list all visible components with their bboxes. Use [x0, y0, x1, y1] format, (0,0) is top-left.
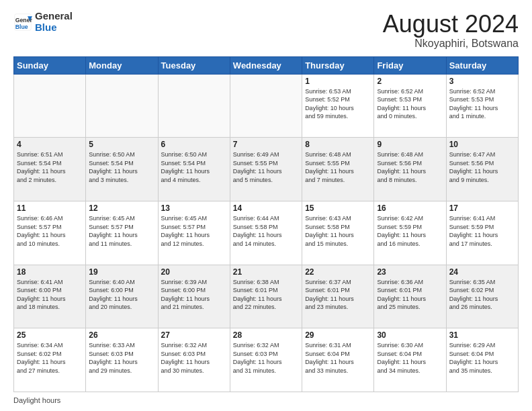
calendar-cell: 13Sunrise: 6:45 AM Sunset: 5:57 PM Dayli…: [158, 201, 230, 265]
day-number: 27: [161, 330, 227, 340]
calendar-week-2: 4Sunrise: 6:51 AM Sunset: 5:54 PM Daylig…: [14, 138, 519, 201]
title-block: August 2024 Nkoyaphiri, Botswana: [383, 11, 519, 50]
day-number: 16: [377, 203, 443, 213]
calendar-cell: 26Sunrise: 6:33 AM Sunset: 6:03 PM Dayli…: [86, 328, 158, 392]
calendar-cell: 6Sunrise: 6:50 AM Sunset: 5:54 PM Daylig…: [158, 138, 230, 201]
calendar-cell: 9Sunrise: 6:48 AM Sunset: 5:56 PM Daylig…: [374, 138, 446, 201]
day-info: Sunrise: 6:41 AM Sunset: 5:59 PM Dayligh…: [449, 214, 515, 248]
subtitle: Nkoyaphiri, Botswana: [383, 38, 519, 50]
calendar-cell: 11Sunrise: 6:46 AM Sunset: 5:57 PM Dayli…: [14, 201, 86, 265]
calendar-cell: 15Sunrise: 6:43 AM Sunset: 5:58 PM Dayli…: [302, 201, 374, 265]
day-number: 26: [89, 330, 154, 340]
calendar-cell: [14, 74, 86, 138]
weekday-header-saturday: Saturday: [446, 56, 518, 74]
calendar-cell: 27Sunrise: 6:32 AM Sunset: 6:03 PM Dayli…: [158, 328, 230, 392]
day-number: 13: [161, 203, 227, 213]
day-info: Sunrise: 6:35 AM Sunset: 6:02 PM Dayligh…: [449, 278, 515, 312]
day-info: Sunrise: 6:46 AM Sunset: 5:57 PM Dayligh…: [17, 214, 83, 248]
weekday-header-monday: Monday: [86, 56, 158, 74]
weekday-header-friday: Friday: [374, 56, 446, 74]
day-number: 11: [17, 203, 83, 213]
day-info: Sunrise: 6:48 AM Sunset: 5:55 PM Dayligh…: [305, 150, 371, 184]
day-number: 21: [233, 267, 299, 277]
day-number: 15: [305, 203, 371, 213]
day-number: 30: [377, 330, 443, 340]
calendar-cell: 30Sunrise: 6:30 AM Sunset: 6:04 PM Dayli…: [374, 328, 446, 392]
main-title: August 2024: [383, 11, 519, 38]
calendar-cell: 20Sunrise: 6:39 AM Sunset: 6:00 PM Dayli…: [158, 265, 230, 328]
day-info: Sunrise: 6:52 AM Sunset: 5:53 PM Dayligh…: [449, 87, 515, 121]
calendar-cell: 7Sunrise: 6:49 AM Sunset: 5:55 PM Daylig…: [230, 138, 302, 201]
day-info: Sunrise: 6:36 AM Sunset: 6:01 PM Dayligh…: [377, 278, 443, 312]
day-number: 28: [233, 330, 299, 340]
calendar-cell: [86, 74, 158, 138]
day-info: Sunrise: 6:38 AM Sunset: 6:01 PM Dayligh…: [233, 278, 299, 312]
day-info: Sunrise: 6:42 AM Sunset: 5:59 PM Dayligh…: [377, 214, 443, 248]
day-info: Sunrise: 6:43 AM Sunset: 5:58 PM Dayligh…: [305, 214, 371, 248]
calendar-cell: 24Sunrise: 6:35 AM Sunset: 6:02 PM Dayli…: [446, 265, 518, 328]
day-info: Sunrise: 6:44 AM Sunset: 5:58 PM Dayligh…: [233, 214, 299, 248]
header: General Blue General Blue August 2024 Nk…: [13, 11, 519, 50]
day-number: 7: [233, 140, 299, 149]
day-info: Sunrise: 6:37 AM Sunset: 6:01 PM Dayligh…: [305, 278, 371, 312]
calendar-cell: [158, 74, 230, 138]
day-number: 19: [89, 267, 154, 277]
calendar-cell: 29Sunrise: 6:31 AM Sunset: 6:04 PM Dayli…: [302, 328, 374, 392]
day-number: 5: [89, 140, 154, 149]
day-info: Sunrise: 6:39 AM Sunset: 6:00 PM Dayligh…: [161, 278, 227, 312]
calendar-week-5: 25Sunrise: 6:34 AM Sunset: 6:02 PM Dayli…: [14, 328, 519, 392]
day-number: 24: [449, 267, 515, 277]
calendar-cell: 14Sunrise: 6:44 AM Sunset: 5:58 PM Dayli…: [230, 201, 302, 265]
weekday-header-row: SundayMondayTuesdayWednesdayThursdayFrid…: [14, 56, 519, 74]
day-number: 20: [161, 267, 227, 277]
calendar-cell: 3Sunrise: 6:52 AM Sunset: 5:53 PM Daylig…: [446, 74, 518, 138]
day-info: Sunrise: 6:53 AM Sunset: 5:52 PM Dayligh…: [305, 87, 371, 121]
calendar-cell: [230, 74, 302, 138]
calendar-week-1: 1Sunrise: 6:53 AM Sunset: 5:52 PM Daylig…: [14, 74, 519, 138]
day-number: 10: [449, 140, 515, 149]
calendar-cell: 19Sunrise: 6:40 AM Sunset: 6:00 PM Dayli…: [86, 265, 158, 328]
day-info: Sunrise: 6:41 AM Sunset: 6:00 PM Dayligh…: [17, 278, 83, 312]
day-number: 3: [449, 77, 515, 86]
footer: Daylight hours: [13, 396, 519, 404]
logo-icon: General Blue: [13, 13, 32, 32]
calendar-cell: 10Sunrise: 6:47 AM Sunset: 5:56 PM Dayli…: [446, 138, 518, 201]
day-info: Sunrise: 6:50 AM Sunset: 5:54 PM Dayligh…: [161, 150, 227, 184]
calendar-cell: 25Sunrise: 6:34 AM Sunset: 6:02 PM Dayli…: [14, 328, 86, 392]
day-number: 1: [305, 77, 371, 86]
day-info: Sunrise: 6:40 AM Sunset: 6:00 PM Dayligh…: [89, 278, 154, 312]
day-info: Sunrise: 6:49 AM Sunset: 5:55 PM Dayligh…: [233, 150, 299, 184]
calendar-cell: 2Sunrise: 6:52 AM Sunset: 5:53 PM Daylig…: [374, 74, 446, 138]
day-number: 18: [17, 267, 83, 277]
logo: General Blue General Blue: [13, 11, 73, 33]
calendar-cell: 1Sunrise: 6:53 AM Sunset: 5:52 PM Daylig…: [302, 74, 374, 138]
calendar-cell: 12Sunrise: 6:45 AM Sunset: 5:57 PM Dayli…: [86, 201, 158, 265]
day-number: 9: [377, 140, 443, 149]
day-info: Sunrise: 6:47 AM Sunset: 5:56 PM Dayligh…: [449, 150, 515, 184]
weekday-header-tuesday: Tuesday: [158, 56, 230, 74]
day-info: Sunrise: 6:48 AM Sunset: 5:56 PM Dayligh…: [377, 150, 443, 184]
day-number: 2: [377, 77, 443, 86]
calendar-cell: 4Sunrise: 6:51 AM Sunset: 5:54 PM Daylig…: [14, 138, 86, 201]
calendar-cell: 28Sunrise: 6:32 AM Sunset: 6:03 PM Dayli…: [230, 328, 302, 392]
day-info: Sunrise: 6:45 AM Sunset: 5:57 PM Dayligh…: [89, 214, 154, 248]
daylight-label: Daylight hours: [13, 396, 60, 404]
calendar-cell: 22Sunrise: 6:37 AM Sunset: 6:01 PM Dayli…: [302, 265, 374, 328]
logo-general: General: [35, 11, 73, 22]
day-number: 8: [305, 140, 371, 149]
calendar-cell: 17Sunrise: 6:41 AM Sunset: 5:59 PM Dayli…: [446, 201, 518, 265]
day-number: 4: [17, 140, 83, 149]
calendar-week-4: 18Sunrise: 6:41 AM Sunset: 6:00 PM Dayli…: [14, 265, 519, 328]
day-number: 17: [449, 203, 515, 213]
day-info: Sunrise: 6:33 AM Sunset: 6:03 PM Dayligh…: [89, 341, 154, 375]
calendar-cell: 18Sunrise: 6:41 AM Sunset: 6:00 PM Dayli…: [14, 265, 86, 328]
day-number: 29: [305, 330, 371, 340]
day-number: 25: [17, 330, 83, 340]
day-info: Sunrise: 6:29 AM Sunset: 6:04 PM Dayligh…: [449, 341, 515, 375]
day-number: 23: [377, 267, 443, 277]
calendar-cell: 31Sunrise: 6:29 AM Sunset: 6:04 PM Dayli…: [446, 328, 518, 392]
calendar-week-3: 11Sunrise: 6:46 AM Sunset: 5:57 PM Dayli…: [14, 201, 519, 265]
day-info: Sunrise: 6:30 AM Sunset: 6:04 PM Dayligh…: [377, 341, 443, 375]
day-number: 14: [233, 203, 299, 213]
day-info: Sunrise: 6:52 AM Sunset: 5:53 PM Dayligh…: [377, 87, 443, 121]
